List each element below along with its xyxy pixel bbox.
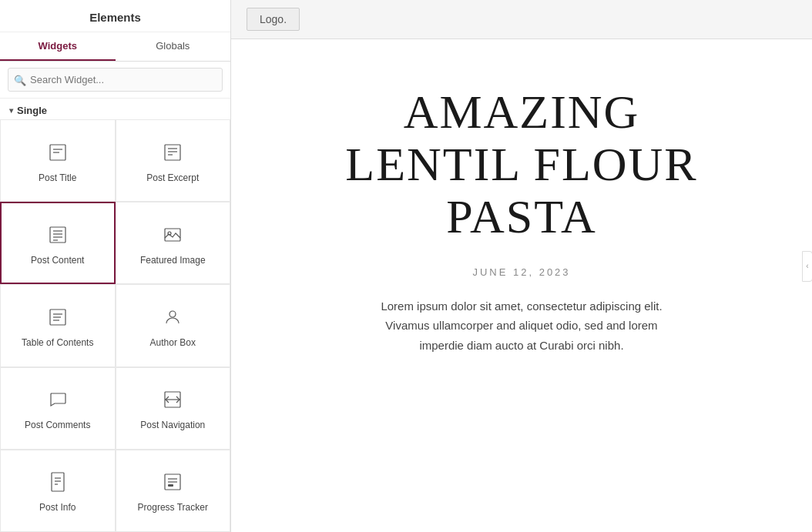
widget-post-content[interactable]: Post Content (0, 202, 116, 284)
widget-featured-image[interactable]: Featured Image (116, 202, 231, 284)
widget-author-box[interactable]: Author Box (116, 284, 231, 366)
featured-image-icon (159, 221, 186, 249)
widget-table-of-contents-label: Table of Contents (22, 337, 93, 348)
widget-post-comments[interactable]: Post Comments (0, 367, 116, 450)
preview-area: Logo. AMAZING LENTIL FLOUR PASTA JUNE 12… (231, 0, 812, 532)
svg-rect-28 (168, 484, 173, 487)
preview-header: Logo. (231, 0, 812, 39)
logo-box: Logo. (247, 8, 300, 31)
post-content-icon (44, 221, 72, 249)
widget-post-info-label: Post Info (39, 502, 75, 513)
widgets-grid: Post Title Post Excerpt Post Content Fea… (0, 119, 230, 532)
widget-table-of-contents[interactable]: Table of Contents (0, 284, 116, 366)
tabs-row: Widgets Globals (0, 32, 230, 62)
section-label: ▾ Single (0, 99, 230, 119)
right-panel: Logo. AMAZING LENTIL FLOUR PASTA JUNE 12… (231, 0, 812, 532)
post-title-icon (44, 139, 72, 166)
widget-post-navigation-label: Post Navigation (140, 420, 205, 430)
left-panel: Elements Widgets Globals 🔍 ▾ Single Post… (0, 0, 231, 532)
search-bar: 🔍 (0, 62, 230, 99)
widget-post-title[interactable]: Post Title (0, 119, 116, 202)
widget-featured-image-label: Featured Image (140, 255, 206, 266)
post-comments-icon (44, 386, 72, 413)
widget-progress-tracker-label: Progress Tracker (138, 502, 208, 513)
post-excerpt-text: Lorem ipsum dolor sit amet, consectetur … (375, 296, 668, 356)
widget-post-excerpt-label: Post Excerpt (146, 172, 199, 183)
post-info-icon (44, 468, 72, 496)
tab-widgets[interactable]: Widgets (0, 32, 116, 61)
widget-progress-tracker[interactable]: Progress Tracker (116, 450, 231, 532)
preview-content: AMAZING LENTIL FLOUR PASTA JUNE 12, 2023… (231, 39, 812, 386)
widget-post-title-label: Post Title (39, 172, 76, 183)
post-navigation-icon (159, 386, 186, 413)
svg-point-18 (169, 311, 176, 317)
widget-author-box-label: Author Box (150, 337, 196, 348)
progress-tracker-icon (159, 468, 186, 496)
widget-post-info[interactable]: Post Info (0, 450, 116, 532)
tab-globals[interactable]: Globals (116, 32, 231, 61)
post-date: JUNE 12, 2023 (324, 266, 720, 278)
author-box-icon (159, 303, 186, 331)
svg-rect-3 (165, 145, 180, 160)
section-arrow: ▾ (9, 106, 13, 115)
svg-rect-12 (165, 229, 180, 241)
widget-post-excerpt[interactable]: Post Excerpt (116, 119, 231, 202)
svg-rect-21 (52, 473, 64, 491)
widget-post-content-label: Post Content (31, 255, 84, 266)
panel-header: Elements (0, 0, 230, 32)
widget-post-navigation[interactable]: Post Navigation (116, 367, 231, 450)
post-title-main: AMAZING LENTIL FLOUR PASTA (324, 85, 720, 243)
search-input[interactable] (8, 68, 223, 92)
widget-post-comments-label: Post Comments (25, 420, 90, 430)
search-icon: 🔍 (14, 74, 26, 85)
table-of-contents-icon (44, 303, 72, 331)
section-title: Single (17, 105, 47, 116)
post-excerpt-icon (159, 139, 186, 166)
